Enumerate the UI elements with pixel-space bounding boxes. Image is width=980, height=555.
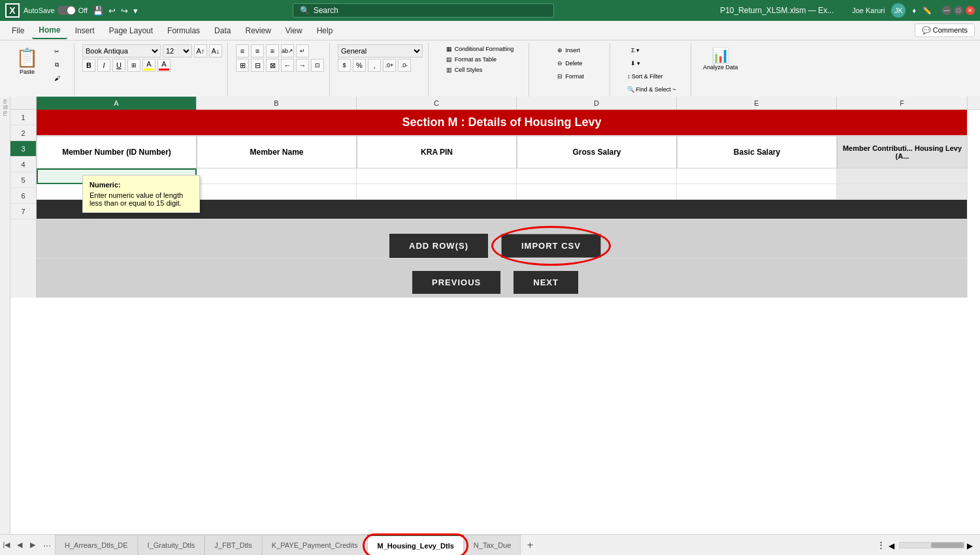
find-select-button[interactable]: 🔍 Find & Select ~ [623,84,679,95]
redo-icon[interactable]: ↪ [120,5,129,17]
customize-icon[interactable]: ▾ [132,5,139,17]
sum-button[interactable]: Σ ▾ [623,44,647,56]
number-format-select[interactable]: General [338,44,423,57]
tab-j-fbt[interactable]: J_FBT_Dtls [204,535,261,555]
copy-button[interactable]: ⧉ [45,59,69,71]
paste-button[interactable]: 📋 Paste [10,44,44,78]
row-num-6[interactable]: 6 [10,188,36,204]
format-painter-button[interactable]: 🖌 [45,72,69,84]
bold-button[interactable]: B [82,59,95,72]
col-header-F[interactable]: F [837,97,968,110]
cell-B3[interactable] [197,168,357,184]
scroll-right-button[interactable]: ▶ [967,541,975,549]
indent-decrease-button[interactable]: ← [281,59,294,72]
align-top-left-button[interactable]: ≡ [236,44,249,57]
tab-h-arrears[interactable]: H_Arrears_Dtls_DE [55,535,138,555]
menu-home[interactable]: Home [32,22,67,39]
tab-n-tax[interactable]: N_Tax_Due [464,535,521,555]
autosave-toggle[interactable] [57,6,76,15]
next-button[interactable]: NEXT [514,271,578,294]
format-cells-button[interactable]: ⊟ Format [553,71,588,82]
tab-i-gratuity[interactable]: I_Gratuity_Dtls [138,535,205,555]
cell-D3[interactable] [517,168,677,184]
align-bottom-left-button[interactable]: ⊞ [236,59,249,72]
wrap-text-button[interactable]: ↵ [296,44,309,57]
scroll-left-button[interactable]: ◀ [889,541,896,549]
align-bottom-center-button[interactable]: ⊟ [251,59,264,72]
tab-more-button[interactable]: ··· [39,539,55,552]
analyze-data-button[interactable]: 📊 Analyze Data [699,44,742,73]
menu-help[interactable]: Help [310,23,340,39]
align-bottom-right-button[interactable]: ⊠ [266,59,279,72]
add-rows-button[interactable]: ADD ROW(S) [389,234,488,258]
import-csv-button[interactable]: IMPORT CSV [501,234,601,258]
cell-F4[interactable] [837,184,968,200]
italic-button[interactable]: I [97,59,110,72]
increase-font-button[interactable]: A↑ [194,44,207,57]
sort-filter-button[interactable]: ↕ Sort & Filter [623,71,666,82]
delete-cells-button[interactable]: ⊖ Delete [553,57,586,69]
cell-D4[interactable] [517,184,677,200]
close-button[interactable]: ✕ [966,6,975,15]
previous-button[interactable]: PREVIOUS [412,271,500,294]
menu-file[interactable]: File [5,23,31,39]
row-num-3[interactable]: 3 [10,141,36,157]
cell-C3[interactable] [357,168,517,184]
comma-style-button[interactable]: , [368,59,381,72]
font-size-select[interactable]: 12 [163,44,192,57]
cell-E3[interactable] [677,168,837,184]
menu-insert[interactable]: Insert [69,23,101,39]
menu-page-layout[interactable]: Page Layout [103,23,159,39]
tab-options-button[interactable]: ⋮ [873,540,889,550]
cell-E4[interactable] [677,184,837,200]
add-sheet-button[interactable]: + [521,539,539,551]
merge-center-button[interactable]: ⊡ [311,59,324,72]
menu-data[interactable]: Data [208,23,237,39]
align-top-center-button[interactable]: ≡ [251,44,264,57]
tab-k-paye[interactable]: K_PAYE_Payment_Credits [262,535,368,555]
row-num-7[interactable]: 7 [10,204,36,219]
menu-review[interactable]: Review [238,23,277,39]
cell-B4[interactable] [197,184,357,200]
font-color-button[interactable]: A [157,59,171,72]
scrollbar-track[interactable] [899,542,964,548]
border-button[interactable]: ⊞ [127,59,140,72]
tab-next-button[interactable]: ▶ [26,539,39,552]
insert-cells-button[interactable]: ⊕ Insert [553,44,584,56]
underline-button[interactable]: U [112,59,125,72]
menu-view[interactable]: View [279,23,309,39]
orientation-button[interactable]: ab↗ [281,44,294,57]
indent-increase-button[interactable]: → [296,59,309,72]
row-num-4[interactable]: 4 [10,157,36,172]
col-header-D[interactable]: D [517,97,677,110]
align-top-right-button[interactable]: ≡ [266,44,279,57]
tab-m-housing[interactable]: M_Housing_Levy_Dtls [367,535,463,555]
menu-formulas[interactable]: Formulas [161,23,206,39]
increase-decimal-button[interactable]: .0+ [383,59,396,72]
row-num-1[interactable]: 1 [10,110,36,125]
format-as-table-button[interactable]: ▤ Format as Table [445,55,498,64]
cell-styles-button[interactable]: ▥ Cell Styles [445,65,484,74]
tab-first-button[interactable]: |◀ [0,539,13,552]
row-num-5[interactable]: 5 [10,172,36,188]
col-header-B[interactable]: B [197,97,357,110]
decrease-font-button[interactable]: A↓ [209,44,222,57]
row-num-2[interactable]: 2 [10,125,36,141]
cell-C4[interactable] [357,184,517,200]
conditional-formatting-button[interactable]: ▦ Conditional Formatting [445,44,515,54]
col-header-A[interactable]: A [37,97,197,110]
col-header-E[interactable]: E [677,97,837,110]
fill-button[interactable]: ⬇ ▾ [623,57,647,69]
cell-F3[interactable] [837,168,968,184]
save-icon[interactable]: 💾 [91,5,105,17]
currency-button[interactable]: $ [338,59,351,72]
comments-button[interactable]: 💬 Comments [915,24,975,37]
percent-button[interactable]: % [353,59,366,72]
cut-button[interactable]: ✂ [45,46,69,57]
col-header-C[interactable]: C [357,97,517,110]
decrease-decimal-button[interactable]: .0- [398,59,411,72]
maximize-button[interactable]: □ [954,6,963,15]
fill-color-button[interactable]: A [142,59,155,72]
undo-icon[interactable]: ↩ [107,5,117,17]
search-box[interactable]: 🔍 Search [293,3,554,18]
